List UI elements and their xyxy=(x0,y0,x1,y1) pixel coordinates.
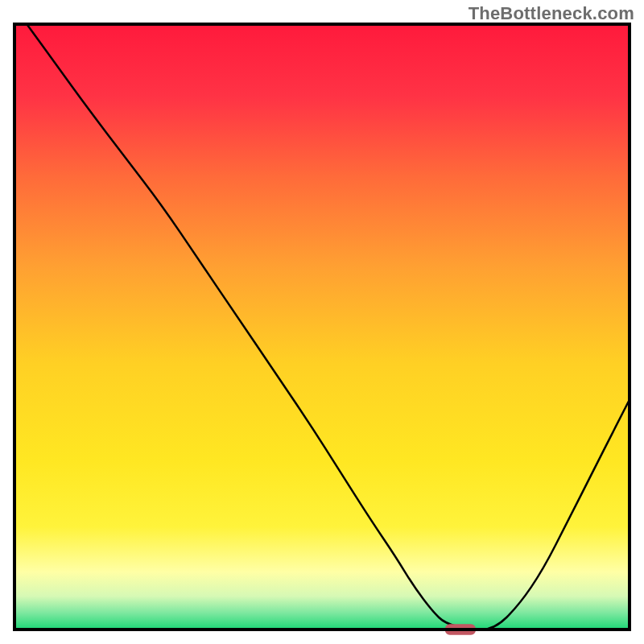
plot-background xyxy=(14,24,630,630)
chart-stage: TheBottleneck.com xyxy=(0,0,644,644)
bottleneck-chart xyxy=(0,0,644,644)
